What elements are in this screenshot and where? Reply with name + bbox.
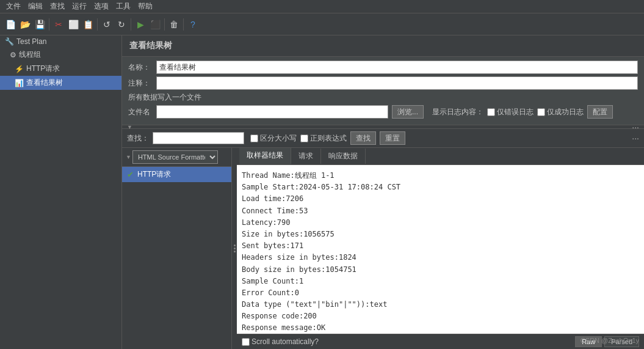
menubar: 文件 编辑 查找 运行 选项 工具 帮助: [0, 0, 644, 13]
thread-icon: ⚙: [10, 51, 16, 59]
search-input[interactable]: [153, 132, 244, 144]
drag-handle[interactable]: [232, 148, 237, 349]
find-button[interactable]: 查找: [350, 131, 376, 145]
toolbar-help-btn[interactable]: ?: [186, 18, 200, 31]
error-log-checkbox[interactable]: 仅错误日志: [487, 107, 534, 117]
tab-response-data[interactable]: 响应数据: [321, 149, 366, 164]
result-line-9: Sample Count:1: [242, 276, 639, 287]
tree-item-httprequest[interactable]: ⚡ HTTP请求: [0, 62, 121, 76]
log-content-label: 显示日志内容：: [432, 107, 483, 117]
left-tree-panel: 🔧 Test Plan ⚙ 线程组 ⚡ HTTP请求 📊 查看结果树: [0, 35, 122, 349]
result-content[interactable]: Thread Name:线程组 1-1 Sample Start:2024-05…: [237, 165, 644, 334]
toolbar-copy-btn[interactable]: ⬜: [67, 18, 80, 31]
form-area: 名称： 注释： 所有数据写入一个文件 文件名 浏览... 显示日志内容： 仅错误…: [122, 57, 644, 125]
result-line-0: Thread Name:线程组 1-1: [242, 170, 639, 182]
right-content-pane: 取样器结果 请求 响应数据 Thread Name:线程组 1-1 Sample…: [237, 148, 644, 349]
toolbar-open-btn[interactable]: 📂: [18, 18, 32, 31]
result-line-12: Response code:200: [242, 310, 639, 322]
result-line-10: Error Count:0: [242, 287, 639, 299]
toolbar-paste-btn[interactable]: 📋: [81, 18, 95, 31]
result-line-8: Body size in bytes:1054751: [242, 264, 639, 276]
watermark: CSDN @ZachOn1y: [581, 337, 639, 344]
comment-row: 注释：: [128, 76, 638, 90]
result-line-5: Size in bytes:1056575: [242, 229, 639, 240]
scroll-auto-check[interactable]: Scroll automatically?: [242, 337, 319, 346]
search-bar: 查找： 区分大小写 正则表达式 查找 重置 ···: [122, 129, 644, 148]
menu-help[interactable]: 帮助: [134, 1, 156, 12]
file-label: 文件名: [128, 107, 153, 117]
drag-dot-3: [234, 251, 236, 252]
separator-1: [49, 18, 49, 31]
drag-dot-1: [234, 244, 236, 246]
name-input[interactable]: [156, 61, 638, 74]
reset-button[interactable]: 重置: [380, 131, 405, 145]
result-line-3: Connect Time:53: [242, 205, 639, 217]
case-check[interactable]: [250, 134, 258, 142]
toolbar-redo-btn[interactable]: ↻: [115, 18, 128, 31]
sampler-label: HTTP请求: [137, 169, 171, 180]
menu-tools[interactable]: 工具: [112, 1, 134, 12]
toolbar-new-btn[interactable]: 📄: [4, 18, 17, 31]
success-log-check[interactable]: [537, 108, 545, 116]
error-log-label: 仅错误日志: [497, 107, 534, 117]
thread-label: 线程组: [19, 50, 41, 60]
left-content-pane: ▼ HTML Source Formatted Text HTML JSON X…: [122, 148, 232, 349]
result-line-6: Sent bytes:171: [242, 240, 639, 252]
comment-input[interactable]: [156, 76, 638, 90]
tab-sampler-result[interactable]: 取样器结果: [239, 148, 291, 164]
toolbar-cut-btn[interactable]: ✂: [52, 18, 65, 31]
result-line-11: Data type ("text"|"bin"|"")):text: [242, 299, 639, 310]
error-log-check[interactable]: [487, 108, 495, 116]
format-select[interactable]: HTML Source Formatted Text HTML JSON XML…: [132, 150, 218, 164]
config-button[interactable]: 配置: [587, 105, 613, 119]
toolbar-stop-btn[interactable]: ⬛: [148, 18, 162, 31]
tree-item-resulttree[interactable]: 📊 查看结果树: [0, 76, 121, 90]
toolbar-save-btn[interactable]: 💾: [33, 18, 46, 31]
scroll-auto-input[interactable]: [242, 338, 250, 346]
tree-item-testplan[interactable]: 🔧 Test Plan: [0, 35, 121, 48]
browse-button[interactable]: 浏览...: [392, 105, 424, 119]
case-label: 区分大小写: [260, 133, 297, 144]
menu-find[interactable]: 查找: [46, 1, 68, 12]
search-label: 查找：: [127, 133, 149, 144]
comment-label: 注释：: [128, 78, 153, 89]
panel-title: 查看结果树: [122, 35, 644, 57]
menu-run[interactable]: 运行: [68, 1, 90, 12]
menu-file[interactable]: 文件: [2, 1, 24, 12]
result-label: 查看结果树: [26, 78, 63, 88]
tabs-bar: 取样器结果 请求 响应数据: [237, 148, 644, 165]
separator-4: [164, 18, 165, 31]
bottom-left: Scroll automatically?: [242, 337, 319, 346]
menu-edit[interactable]: 编辑: [24, 1, 46, 12]
result-line-2: Load time:7206: [242, 193, 639, 205]
result-line-7: Headers size in bytes:1824: [242, 252, 639, 263]
result-line-13: Response message:OK: [242, 322, 639, 334]
menu-options[interactable]: 选项: [90, 1, 112, 12]
case-sensitive-check[interactable]: 区分大小写: [250, 133, 297, 144]
result-line-4: Latency:790: [242, 217, 639, 229]
content-area: ▼ HTML Source Formatted Text HTML JSON X…: [122, 148, 644, 349]
success-log-label: 仅成功日志: [547, 107, 584, 117]
tab-request[interactable]: 请求: [291, 149, 321, 164]
drag-dot-2: [234, 248, 236, 249]
expand-icon: ▼: [126, 154, 131, 160]
format-selector: ▼ HTML Source Formatted Text HTML JSON X…: [122, 148, 231, 167]
toolbar-run-btn[interactable]: ▶: [134, 18, 147, 31]
name-label: 名称：: [128, 62, 153, 73]
separator-5: [183, 18, 184, 31]
sampler-status-icon: ✔: [127, 170, 134, 179]
toolbar-clear-btn[interactable]: 🗑: [167, 18, 181, 31]
more-btn-search[interactable]: ···: [632, 133, 639, 143]
file-input[interactable]: [156, 105, 388, 119]
toolbar: 📄 📂 💾 ✂ ⬜ 📋 ↺ ↻ ▶ ⬛ 🗑 ?: [0, 13, 644, 35]
toolbar-undo-btn[interactable]: ↺: [100, 18, 114, 31]
http-label: HTTP请求: [26, 64, 60, 74]
tree-item-threadgroup[interactable]: ⚙ 线程组: [0, 48, 121, 62]
result-icon: 📊: [15, 79, 24, 87]
sampler-item[interactable]: ✔ HTTP请求: [122, 167, 231, 182]
regex-check-input[interactable]: [300, 134, 308, 142]
regex-check[interactable]: 正则表达式: [300, 133, 347, 144]
scroll-auto-label: Scroll automatically?: [251, 337, 319, 346]
success-log-checkbox[interactable]: 仅成功日志: [537, 107, 584, 117]
name-row: 名称：: [128, 61, 638, 74]
